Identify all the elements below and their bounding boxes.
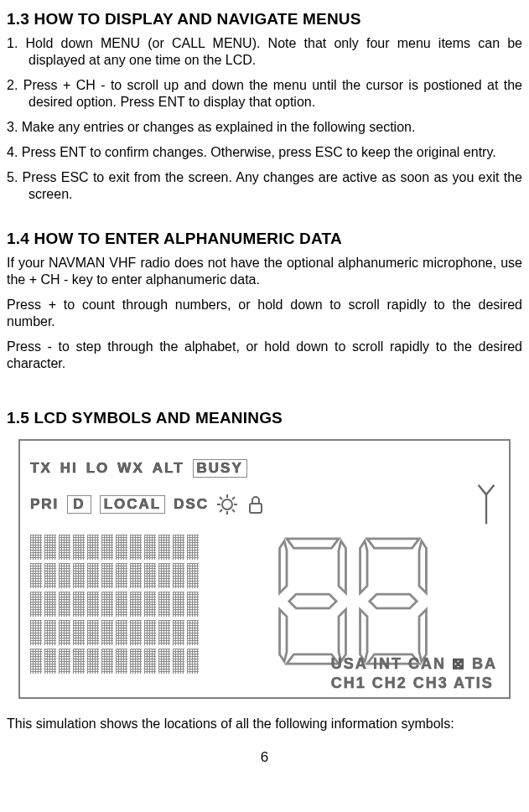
annunciator-tx: TX [30,460,52,477]
annunciator-local: LOCAL [100,495,166,514]
annunciator-dsc: DSC [174,496,209,513]
svg-line-5 [220,497,222,499]
lock-icon [246,494,266,515]
lcd-annunciator-row-1: TX HI LO WX ALT BUSY [30,459,499,478]
svg-marker-23 [360,540,367,592]
step-item: 2. Press + CH - to scroll up and down th… [7,77,522,111]
svg-line-7 [232,497,235,499]
svg-marker-12 [339,540,345,592]
lcd-annunciator-row-2: PRI D LOCAL DSC [30,481,499,528]
svg-marker-15 [280,609,287,661]
heading-1-3: 1.3 HOW TO DISPLAY AND NAVIGATE MENUS [7,10,522,28]
annunciator-busy: BUSY [193,459,247,478]
annunciator-d: D [67,495,91,514]
paragraph: Press + to count through numbers, or hol… [7,297,522,330]
annunciator-wx: WX [117,460,143,477]
steps-list-1-3: 1. Hold down MENU (or CALL MENU). Note t… [7,35,522,203]
paragraph: If your NAVMAN VHF radio does not have t… [7,255,522,288]
paragraph: Press - to step through the alphabet, or… [7,339,522,372]
annunciator-lo: LO [86,460,110,477]
lcd-bottom-labels: USA INT CAN ⊠ BA CH1 CH2 CH3 ATIS [331,653,497,692]
page-number: 6 [7,749,522,766]
step-item: 3. Make any entries or changes as explai… [7,119,522,136]
step-item: 4. Press ENT to confirm changes. Otherwi… [7,144,522,161]
manual-page: 1.3 HOW TO DISPLAY AND NAVIGATE MENUS 1.… [0,0,529,812]
lcd-inner: TX HI LO WX ALT BUSY PRI D LOCAL DSC [30,459,499,674]
antenna-icon [474,481,499,528]
svg-marker-11 [287,538,339,547]
lcd-figure: TX HI LO WX ALT BUSY PRI D LOCAL DSC [18,439,511,699]
svg-line-8 [220,509,222,512]
svg-marker-17 [289,594,336,608]
svg-line-6 [232,509,235,512]
svg-marker-18 [367,538,419,547]
svg-marker-19 [419,540,426,592]
lcd-bottom-row-1: USA INT CAN ⊠ BA [331,654,497,673]
svg-marker-16 [280,540,287,592]
svg-point-0 [222,499,232,509]
lcd-dot-matrix [30,535,199,674]
lcd-bottom-row-2: CH1 CH2 CH3 ATIS [331,675,497,692]
annunciator-hi: HI [60,460,78,477]
annunciator-alt: ALT [153,460,184,477]
seven-segment-digit-2 [356,536,430,670]
svg-rect-9 [250,504,262,513]
step-item: 5. Press ESC to exit from the screen. An… [7,169,522,203]
figure-caption: This simulation shows the locations of a… [7,716,522,732]
annunciator-pri: PRI [30,496,59,513]
heading-1-4: 1.4 HOW TO ENTER ALPHANUMERIC DATA [7,230,522,248]
heading-1-5: 1.5 LCD SYMBOLS AND MEANINGS [7,409,522,427]
alarm-icon [217,494,237,515]
seven-segment-digit-1 [276,536,350,670]
step-item: 1. Hold down MENU (or CALL MENU). Note t… [7,35,522,69]
svg-marker-24 [370,594,417,608]
